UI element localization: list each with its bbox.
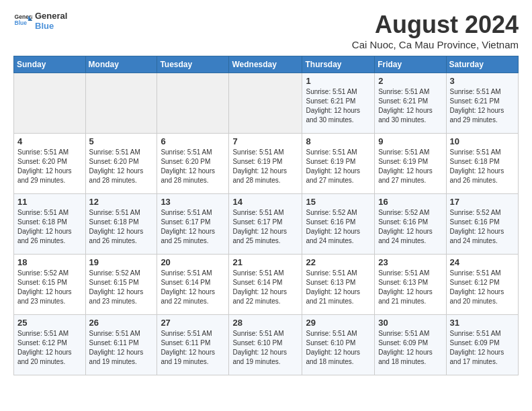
day-info: Sunrise: 5:51 AM Sunset: 6:11 PM Dayligh… [89, 329, 154, 367]
day-number: 19 [89, 257, 154, 267]
day-info: Sunrise: 5:51 AM Sunset: 6:20 PM Dayligh… [161, 148, 225, 185]
calendar-cell: 29Sunrise: 5:51 AM Sunset: 6:10 PM Dayli… [302, 315, 375, 375]
day-number: 7 [232, 136, 298, 146]
day-info: Sunrise: 5:51 AM Sunset: 6:17 PM Dayligh… [232, 208, 298, 246]
calendar-cell: 17Sunrise: 5:52 AM Sunset: 6:16 PM Dayli… [446, 194, 518, 255]
calendar-cell: 14Sunrise: 5:51 AM Sunset: 6:17 PM Dayli… [229, 194, 302, 255]
day-info: Sunrise: 5:51 AM Sunset: 6:12 PM Dayligh… [450, 269, 515, 306]
weekday-header-friday: Friday [375, 56, 446, 73]
calendar-cell: 1Sunrise: 5:51 AM Sunset: 6:21 PM Daylig… [302, 73, 375, 134]
calendar-table: SundayMondayTuesdayWednesdayThursdayFrid… [13, 56, 519, 375]
day-info: Sunrise: 5:51 AM Sunset: 6:19 PM Dayligh… [232, 148, 298, 185]
calendar-cell: 24Sunrise: 5:51 AM Sunset: 6:12 PM Dayli… [446, 255, 518, 315]
calendar-header: SundayMondayTuesdayWednesdayThursdayFrid… [14, 56, 519, 73]
day-number: 1 [306, 76, 371, 86]
day-info: Sunrise: 5:51 AM Sunset: 6:21 PM Dayligh… [378, 87, 442, 125]
day-number: 23 [378, 257, 442, 267]
calendar-cell: 27Sunrise: 5:51 AM Sunset: 6:11 PM Dayli… [157, 315, 229, 375]
day-info: Sunrise: 5:51 AM Sunset: 6:11 PM Dayligh… [161, 329, 225, 367]
logo-text-blue: Blue [35, 21, 67, 31]
title-block: August 2024 Cai Nuoc, Ca Mau Province, V… [352, 11, 519, 50]
day-info: Sunrise: 5:51 AM Sunset: 6:09 PM Dayligh… [450, 329, 515, 367]
logo-icon: General Blue [13, 11, 32, 30]
day-number: 30 [378, 318, 442, 328]
calendar-cell: 7Sunrise: 5:51 AM Sunset: 6:19 PM Daylig… [229, 134, 302, 194]
logo: General Blue General Blue [13, 11, 67, 31]
calendar-cell: 31Sunrise: 5:51 AM Sunset: 6:09 PM Dayli… [446, 315, 518, 375]
day-info: Sunrise: 5:51 AM Sunset: 6:17 PM Dayligh… [161, 208, 225, 246]
day-info: Sunrise: 5:51 AM Sunset: 6:13 PM Dayligh… [306, 269, 371, 306]
calendar-cell: 16Sunrise: 5:52 AM Sunset: 6:16 PM Dayli… [375, 194, 446, 255]
day-number: 29 [306, 318, 371, 328]
day-info: Sunrise: 5:51 AM Sunset: 6:13 PM Dayligh… [378, 269, 442, 306]
calendar-cell: 22Sunrise: 5:51 AM Sunset: 6:13 PM Dayli… [302, 255, 375, 315]
calendar-cell: 6Sunrise: 5:51 AM Sunset: 6:20 PM Daylig… [157, 134, 229, 194]
calendar-cell: 3Sunrise: 5:51 AM Sunset: 6:21 PM Daylig… [446, 73, 518, 134]
calendar-cell: 25Sunrise: 5:51 AM Sunset: 6:12 PM Dayli… [14, 315, 86, 375]
calendar-cell [85, 73, 157, 134]
calendar-cell: 15Sunrise: 5:52 AM Sunset: 6:16 PM Dayli… [302, 194, 375, 255]
calendar-cell: 13Sunrise: 5:51 AM Sunset: 6:17 PM Dayli… [157, 194, 229, 255]
calendar-cell: 23Sunrise: 5:51 AM Sunset: 6:13 PM Dayli… [375, 255, 446, 315]
calendar-cell: 12Sunrise: 5:51 AM Sunset: 6:18 PM Dayli… [85, 194, 157, 255]
calendar-cell [14, 73, 86, 134]
day-number: 14 [232, 197, 298, 207]
day-info: Sunrise: 5:52 AM Sunset: 6:16 PM Dayligh… [450, 208, 515, 246]
day-number: 5 [89, 136, 154, 146]
calendar-week-row: 11Sunrise: 5:51 AM Sunset: 6:18 PM Dayli… [14, 194, 519, 255]
day-info: Sunrise: 5:51 AM Sunset: 6:18 PM Dayligh… [17, 208, 82, 246]
calendar-cell: 9Sunrise: 5:51 AM Sunset: 6:19 PM Daylig… [375, 134, 446, 194]
weekday-header-thursday: Thursday [302, 56, 375, 73]
calendar-body: 1Sunrise: 5:51 AM Sunset: 6:21 PM Daylig… [14, 73, 519, 375]
calendar-week-row: 4Sunrise: 5:51 AM Sunset: 6:20 PM Daylig… [14, 134, 519, 194]
calendar-cell: 19Sunrise: 5:52 AM Sunset: 6:15 PM Dayli… [85, 255, 157, 315]
day-info: Sunrise: 5:51 AM Sunset: 6:20 PM Dayligh… [89, 148, 154, 185]
calendar-cell: 5Sunrise: 5:51 AM Sunset: 6:20 PM Daylig… [85, 134, 157, 194]
calendar-cell: 11Sunrise: 5:51 AM Sunset: 6:18 PM Dayli… [14, 194, 86, 255]
day-number: 24 [450, 257, 515, 267]
day-info: Sunrise: 5:52 AM Sunset: 6:16 PM Dayligh… [378, 208, 442, 246]
day-number: 18 [17, 257, 82, 267]
day-number: 9 [378, 136, 442, 146]
weekday-header-monday: Monday [85, 56, 157, 73]
day-number: 8 [306, 136, 371, 146]
day-info: Sunrise: 5:51 AM Sunset: 6:10 PM Dayligh… [306, 329, 371, 367]
day-info: Sunrise: 5:51 AM Sunset: 6:21 PM Dayligh… [450, 87, 515, 125]
calendar-week-row: 18Sunrise: 5:52 AM Sunset: 6:15 PM Dayli… [14, 255, 519, 315]
day-info: Sunrise: 5:51 AM Sunset: 6:19 PM Dayligh… [306, 148, 371, 185]
subtitle: Cai Nuoc, Ca Mau Province, Vietnam [352, 39, 519, 50]
day-number: 3 [450, 76, 515, 86]
day-number: 13 [161, 197, 225, 207]
day-info: Sunrise: 5:51 AM Sunset: 6:18 PM Dayligh… [450, 148, 515, 185]
day-info: Sunrise: 5:51 AM Sunset: 6:14 PM Dayligh… [161, 269, 225, 306]
day-number: 21 [232, 257, 298, 267]
main-title: August 2024 [352, 11, 519, 39]
day-info: Sunrise: 5:52 AM Sunset: 6:15 PM Dayligh… [89, 269, 154, 306]
day-info: Sunrise: 5:51 AM Sunset: 6:19 PM Dayligh… [378, 148, 442, 185]
weekday-header-sunday: Sunday [14, 56, 86, 73]
day-number: 10 [450, 136, 515, 146]
calendar-cell: 21Sunrise: 5:51 AM Sunset: 6:14 PM Dayli… [229, 255, 302, 315]
day-info: Sunrise: 5:51 AM Sunset: 6:12 PM Dayligh… [17, 329, 82, 367]
calendar-cell: 8Sunrise: 5:51 AM Sunset: 6:19 PM Daylig… [302, 134, 375, 194]
calendar-cell: 28Sunrise: 5:51 AM Sunset: 6:10 PM Dayli… [229, 315, 302, 375]
day-number: 11 [17, 197, 82, 207]
weekday-header-saturday: Saturday [446, 56, 518, 73]
calendar-cell: 30Sunrise: 5:51 AM Sunset: 6:09 PM Dayli… [375, 315, 446, 375]
calendar-week-row: 25Sunrise: 5:51 AM Sunset: 6:12 PM Dayli… [14, 315, 519, 375]
day-number: 26 [89, 318, 154, 328]
calendar-cell: 26Sunrise: 5:51 AM Sunset: 6:11 PM Dayli… [85, 315, 157, 375]
calendar-cell: 10Sunrise: 5:51 AM Sunset: 6:18 PM Dayli… [446, 134, 518, 194]
calendar-cell: 18Sunrise: 5:52 AM Sunset: 6:15 PM Dayli… [14, 255, 86, 315]
day-number: 31 [450, 318, 515, 328]
page-header: General Blue General Blue August 2024 Ca… [13, 11, 519, 50]
day-number: 6 [161, 136, 225, 146]
day-number: 15 [306, 197, 371, 207]
day-number: 27 [161, 318, 225, 328]
calendar-cell [157, 73, 229, 134]
day-number: 16 [378, 197, 442, 207]
day-info: Sunrise: 5:51 AM Sunset: 6:10 PM Dayligh… [232, 329, 298, 367]
calendar-cell [229, 73, 302, 134]
day-info: Sunrise: 5:51 AM Sunset: 6:14 PM Dayligh… [232, 269, 298, 306]
weekday-header-tuesday: Tuesday [157, 56, 229, 73]
